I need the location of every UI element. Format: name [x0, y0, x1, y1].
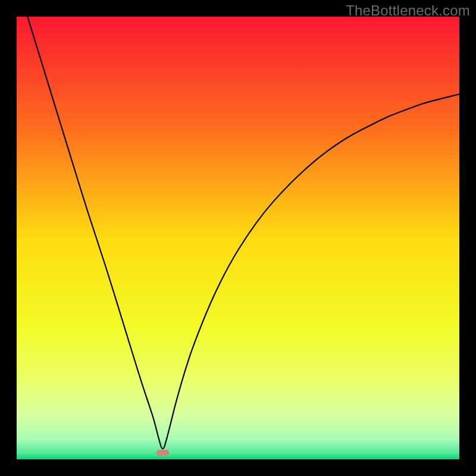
optimum-marker	[156, 450, 170, 455]
gradient-background	[17, 17, 459, 459]
chart-svg	[17, 17, 459, 459]
plot-area	[17, 17, 459, 459]
chart-frame: TheBottleneck.com	[0, 0, 476, 476]
